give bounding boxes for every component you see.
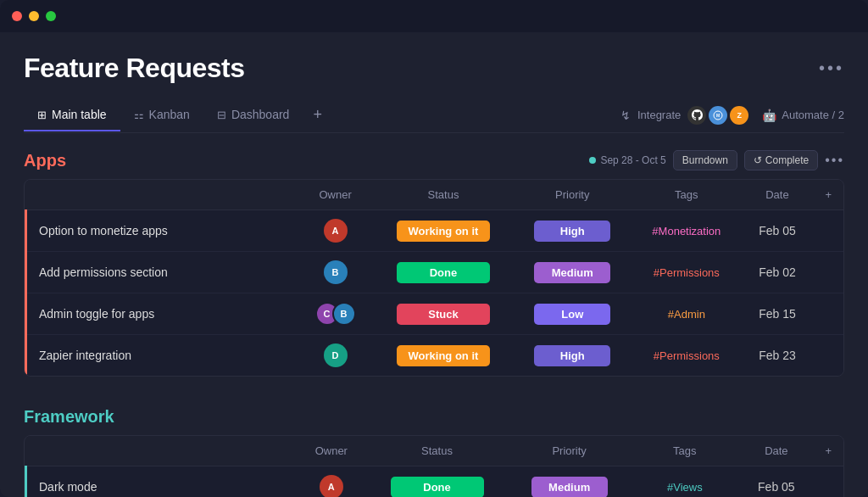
- framework-section-title: Framework: [24, 407, 114, 427]
- table-row[interactable]: Add permissions section B Done Medium #P…: [26, 252, 844, 293]
- row-status: Stuck: [374, 293, 514, 335]
- row-name: Option to monetize apps: [26, 210, 298, 252]
- row-status: Working on it: [374, 210, 514, 252]
- col-owner-apps: Owner: [298, 180, 374, 210]
- priority-badge: High: [534, 345, 610, 366]
- table-row[interactable]: Admin toggle for apps C B Stuck Low #Adm…: [26, 293, 844, 335]
- apps-table-header: Owner Status Priority Tags Date +: [26, 180, 844, 210]
- tabs-bar: ⊞ Main table ⚏ Kanban ⊟ Dashboard + ↯ In…: [24, 98, 844, 133]
- apps-section: Apps Sep 28 - Oct 5 Burndown ↺ Complete …: [24, 140, 844, 377]
- col-date-apps: Date: [741, 180, 813, 210]
- row-tag: #Permissions: [632, 335, 741, 377]
- row-owner: C B: [298, 293, 374, 335]
- priority-badge: Medium: [531, 477, 608, 498]
- apps-date-range-text: Sep 28 - Oct 5: [600, 154, 665, 166]
- row-tag: #Permissions: [632, 252, 741, 293]
- table-row[interactable]: Zapier integration D Working on it High …: [26, 335, 844, 377]
- apps-table: Owner Status Priority Tags Date + Option…: [25, 180, 843, 376]
- page-header: Feature Requests •••: [24, 32, 844, 98]
- row-date: Feb 05: [741, 210, 813, 252]
- col-owner-framework: Owner: [298, 436, 366, 466]
- dashboard-icon: ⊟: [217, 109, 226, 121]
- tab-kanban[interactable]: ⚏ Kanban: [120, 99, 203, 131]
- row-priority: Medium: [509, 466, 630, 498]
- add-tab-button[interactable]: +: [303, 98, 332, 132]
- burndown-button[interactable]: Burndown: [673, 150, 737, 170]
- tab-dashboard[interactable]: ⊟ Dashboard: [203, 99, 303, 131]
- col-name-apps: [26, 180, 298, 210]
- status-badge: Stuck: [397, 304, 490, 325]
- complete-label: Complete: [765, 154, 809, 166]
- automate-button[interactable]: 🤖 Automate / 2: [762, 109, 844, 122]
- apps-date-dot: [589, 157, 596, 164]
- row-status: Working on it: [374, 335, 514, 377]
- kanban-icon: ⚏: [134, 109, 144, 121]
- status-badge: Done: [391, 477, 484, 498]
- framework-table-wrap: Owner Status Priority Tags Date + Dark m…: [24, 435, 844, 497]
- tab-main-table[interactable]: ⊞ Main table: [24, 99, 120, 131]
- add-column-apps[interactable]: +: [813, 180, 843, 210]
- col-tags-apps: Tags: [632, 180, 741, 210]
- row-add: [813, 210, 843, 252]
- tab-main-table-label: Main table: [52, 108, 107, 121]
- row-priority: High: [513, 335, 632, 377]
- row-tag: #Admin: [632, 293, 741, 335]
- apps-date-range: Sep 28 - Oct 5: [589, 154, 665, 166]
- framework-table: Owner Status Priority Tags Date + Dark m…: [25, 436, 843, 497]
- maximize-dot[interactable]: [46, 11, 56, 21]
- priority-badge: Low: [534, 304, 610, 325]
- row-date: Feb 02: [741, 252, 813, 293]
- col-tags-framework: Tags: [630, 436, 739, 466]
- priority-badge: Medium: [534, 262, 610, 283]
- main-table-icon: ⊞: [37, 109, 47, 121]
- apps-table-wrap: Owner Status Priority Tags Date + Option…: [24, 179, 844, 377]
- row-name: Add permissions section: [26, 252, 298, 293]
- add-column-framework[interactable]: +: [813, 436, 843, 466]
- apps-more-button[interactable]: •••: [825, 153, 844, 168]
- integrate-button[interactable]: ↯ Integrate M Z: [620, 106, 748, 125]
- row-add: [813, 252, 843, 293]
- col-date-framework: Date: [739, 436, 813, 466]
- svg-text:M: M: [716, 113, 720, 118]
- row-owner: A: [298, 210, 374, 252]
- apps-section-header: Apps Sep 28 - Oct 5 Burndown ↺ Complete …: [24, 140, 844, 170]
- row-date: Feb 15: [741, 293, 813, 335]
- page-more-button[interactable]: •••: [819, 59, 844, 78]
- row-add: [813, 293, 843, 335]
- row-date: Feb 05: [739, 466, 813, 498]
- framework-section: Framework Owner Status Priority Tags Dat…: [24, 397, 844, 497]
- row-priority: Medium: [513, 252, 632, 293]
- row-owner: A: [298, 466, 366, 498]
- row-name: Zapier integration: [26, 335, 298, 377]
- tab-dashboard-label: Dashboard: [231, 108, 290, 121]
- page-title: Feature Requests: [24, 53, 245, 84]
- service2-icon: M: [709, 106, 727, 125]
- app-window: Feature Requests ••• ⊞ Main table ⚏ Kanb…: [0, 0, 868, 497]
- tag-badge: #Monetization: [652, 225, 721, 237]
- framework-table-header: Owner Status Priority Tags Date +: [26, 436, 844, 466]
- row-date: Feb 23: [741, 335, 813, 377]
- automate-icon: 🤖: [762, 109, 776, 122]
- integrate-service-icons: M Z: [687, 106, 748, 125]
- content-area: Feature Requests ••• ⊞ Main table ⚏ Kanb…: [0, 32, 868, 497]
- row-add: [813, 466, 843, 498]
- table-row[interactable]: Option to monetize apps A Working on it …: [26, 210, 844, 252]
- row-tag: #Monetization: [632, 210, 741, 252]
- complete-button[interactable]: ↺ Complete: [744, 150, 818, 170]
- minimize-dot[interactable]: [29, 11, 39, 21]
- tag-badge: #Permissions: [654, 266, 720, 279]
- table-row[interactable]: Dark mode A Done Medium #Views Feb 05: [26, 466, 844, 498]
- tag-badge: #Views: [667, 481, 703, 494]
- tab-kanban-label: Kanban: [149, 108, 190, 121]
- row-name: Dark mode: [26, 466, 298, 498]
- col-status-apps: Status: [374, 180, 514, 210]
- col-priority-framework: Priority: [509, 436, 630, 466]
- row-name: Admin toggle for apps: [26, 293, 298, 335]
- main-scroll-area[interactable]: Apps Sep 28 - Oct 5 Burndown ↺ Complete …: [24, 133, 844, 497]
- row-priority: Low: [513, 293, 632, 335]
- close-dot[interactable]: [12, 11, 22, 21]
- service3-icon: Z: [730, 106, 748, 125]
- row-status: Done: [374, 252, 514, 293]
- status-badge: Working on it: [397, 221, 491, 242]
- tag-badge: #Admin: [668, 308, 705, 321]
